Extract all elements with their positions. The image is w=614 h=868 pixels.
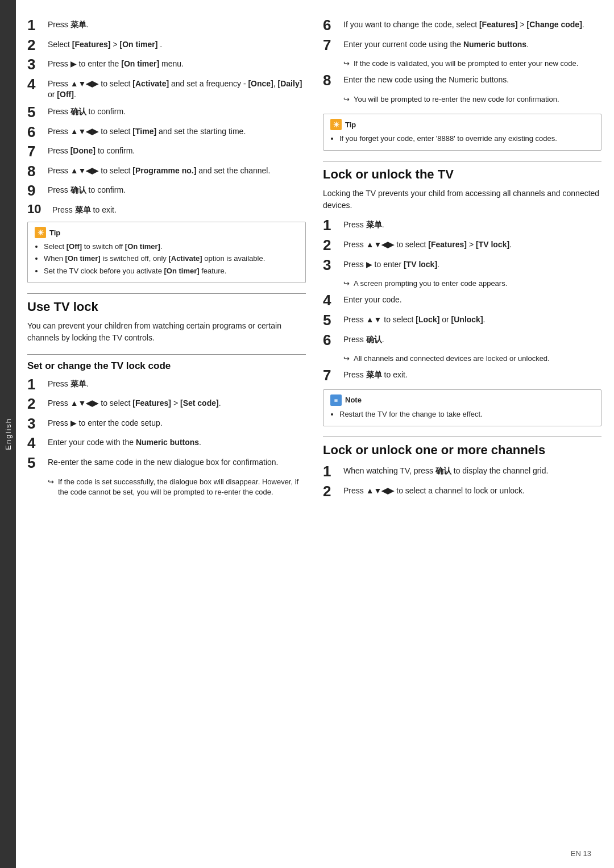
on-timer-steps: 1 Press 菜单. 2 Select [Features] > [On ti… [27, 17, 306, 216]
ch-step-num-2: 2 [323, 483, 343, 500]
step-9: 9 Press 确认 to confirm. [27, 182, 306, 199]
lock-steps-4-7: 4 Enter your code. 5 Press ▲▼ to select … [323, 292, 601, 348]
lock-step-text-2: Press ▲▼◀▶ to select [Features] > [TV lo… [343, 237, 512, 251]
change-code-steps: 6 If you want to change the code, select… [323, 17, 601, 53]
step-1: 1 Press 菜单. [27, 17, 306, 34]
page-number: EN 13 [571, 849, 591, 858]
page: English 1 Press 菜单. 2 Select [Features] … [0, 0, 614, 868]
lock-step-3-sub: ↪ A screen prompting you to enter code a… [343, 279, 601, 289]
change-step-7-sub: ↪ If the code is validated, you will be … [343, 59, 601, 69]
change-step-7-sub-text: If the code is validated, you will be pr… [354, 59, 578, 69]
tip-box-2: ✳ Tip If you forget your code, enter '88… [323, 114, 601, 151]
step-5: 5 Press 确认 to confirm. [27, 104, 306, 121]
tip-label-1: Tip [49, 229, 60, 237]
set-step-num-1: 1 [27, 376, 48, 393]
sub-arrow-8: ↪ [343, 94, 354, 105]
set-step-num-3: 3 [27, 416, 48, 432]
sub-arrow-5: ↪ [48, 477, 58, 487]
step-text-2: Select [Features] > [On timer] . [48, 37, 162, 51]
sub-arrow-7: ↪ [343, 59, 354, 69]
lock-step-num-1: 1 [323, 217, 343, 234]
change-step-num-8: 8 [323, 72, 343, 89]
step-num-8: 8 [27, 163, 48, 180]
divider-3 [323, 161, 601, 161]
lock-channels-steps: 1 When watching TV, press 确认 to display … [323, 463, 601, 499]
content-area: 1 Press 菜单. 2 Select [Features] > [On ti… [16, 0, 614, 868]
use-tv-lock-title: Use TV lock [27, 300, 306, 314]
lock-step-1: 1 Press 菜单. [323, 217, 601, 234]
step-text-5: Press 确认 to confirm. [48, 104, 126, 118]
step-text-3: Press ▶ to enter the [On timer] menu. [48, 56, 184, 70]
ch-step-text-2: Press ▲▼◀▶ to select a channel to lock o… [343, 483, 525, 497]
step-2: 2 Select [Features] > [On timer] . [27, 37, 306, 53]
lock-step-text-3: Press ▶ to enter [TV lock]. [343, 257, 439, 271]
lock-step-3: 3 Press ▶ to enter [TV lock]. [323, 257, 601, 273]
right-column: 6 If you want to change the code, select… [323, 17, 601, 851]
change-step-num-7: 7 [323, 37, 343, 53]
step-num-9: 9 [27, 182, 48, 199]
set-step-5-sub: ↪ If the code is set successfully, the d… [48, 477, 306, 497]
set-step-text-1: Press 菜单. [48, 376, 89, 390]
sidebar: English [0, 0, 16, 868]
set-step-num-5: 5 [27, 455, 48, 471]
lock-step-7-list: 7 Press 菜单 to exit. [323, 367, 601, 384]
step-7: 7 Press [Done] to confirm. [27, 143, 306, 160]
note-icon: ≡ [330, 394, 342, 406]
note-header: ≡ Note [330, 394, 594, 406]
set-step-5: 5 Re-enter the same code in the new dial… [27, 455, 306, 471]
tip-list-1: Select [Off] to switch off [On timer]. W… [35, 242, 298, 276]
set-step-num-4: 4 [27, 435, 48, 451]
set-step-num-2: 2 [27, 396, 48, 412]
step-num-5: 5 [27, 104, 48, 121]
lock-step-4: 4 Enter your code. [323, 292, 601, 309]
tip-item-1: Select [Off] to switch off [On timer]. [44, 242, 298, 252]
ch-step-2: 2 Press ▲▼◀▶ to select a channel to lock… [323, 483, 601, 500]
set-step-text-3: Press ▶ to enter the code setup. [48, 416, 163, 429]
tip-item-2: When [On timer] is switched off, only [A… [44, 254, 298, 264]
set-step-text-5: Re-enter the same code in the new dialog… [48, 455, 278, 468]
set-step-1: 1 Press 菜单. [27, 376, 306, 393]
lock-step-num-7: 7 [323, 367, 343, 384]
lock-unlock-tv-title: Lock or unlock the TV [323, 167, 601, 182]
step-num-10: 10 [27, 202, 52, 216]
lock-step-num-2: 2 [323, 237, 343, 254]
step-3: 3 Press ▶ to enter the [On timer] menu. [27, 56, 306, 73]
left-column: 1 Press 菜单. 2 Select [Features] > [On ti… [27, 17, 306, 851]
lock-step-num-3: 3 [323, 257, 343, 273]
set-step-3: 3 Press ▶ to enter the code setup. [27, 416, 306, 432]
set-step-text-4: Enter your code with the Numeric buttons… [48, 435, 201, 448]
tip-header-1: ✳ Tip [35, 227, 298, 238]
change-step-8-sub-text: You will be prompted to re-enter the new… [354, 94, 559, 105]
change-step-8-sub: ↪ You will be prompted to re-enter the n… [343, 94, 601, 105]
lock-unlock-tv-intro: Locking the TV prevents your child from … [323, 188, 601, 211]
lock-step-7: 7 Press 菜单 to exit. [323, 367, 601, 384]
lock-step-num-6: 6 [323, 332, 343, 348]
ch-step-1: 1 When watching TV, press 确认 to display … [323, 463, 601, 480]
lock-step-5: 5 Press ▲▼ to select [Lock] or [Unlock]. [323, 312, 601, 329]
set-code-title: Set or change the TV lock code [27, 360, 306, 372]
sub-arrow-lock-6: ↪ [343, 354, 354, 364]
lock-step-2: 2 Press ▲▼◀▶ to select [Features] > [TV … [323, 237, 601, 254]
note-label: Note [345, 396, 362, 404]
change-step-7: 7 Enter your current code using the Nume… [323, 37, 601, 53]
change-step-6: 6 If you want to change the code, select… [323, 17, 601, 34]
change-step-text-7: Enter your current code using the Numeri… [343, 37, 529, 51]
step-6: 6 Press ▲▼◀▶ to select [Time] and set th… [27, 124, 306, 140]
step-text-9: Press 确认 to confirm. [48, 182, 126, 196]
tip-box-1: ✳ Tip Select [Off] to switch off [On tim… [27, 222, 306, 283]
step-num-2: 2 [27, 37, 48, 53]
lock-step-text-4: Enter your code. [343, 292, 402, 306]
use-tv-lock-intro: You can prevent your children from watch… [27, 320, 306, 344]
set-step-2: 2 Press ▲▼◀▶ to select [Features] > [Set… [27, 396, 306, 412]
tip-icon-2: ✳ [330, 119, 342, 130]
lock-step-6-sub: ↪ All channels and connected devices are… [343, 354, 601, 364]
note-item-1: Restart the TV for the change to take ef… [339, 409, 594, 420]
divider-2 [27, 354, 306, 355]
lock-step-3-sub-text: A screen prompting you to enter code app… [354, 279, 507, 289]
lock-step-num-5: 5 [323, 312, 343, 329]
step-num-4: 4 [27, 76, 48, 93]
step-text-8: Press ▲▼◀▶ to select [Programme no.] and… [48, 163, 270, 177]
step-num-7: 7 [27, 143, 48, 160]
note-list: Restart the TV for the change to take ef… [330, 409, 594, 420]
step-text-4: Press ▲▼◀▶ to select [Activate] and set … [48, 76, 306, 101]
